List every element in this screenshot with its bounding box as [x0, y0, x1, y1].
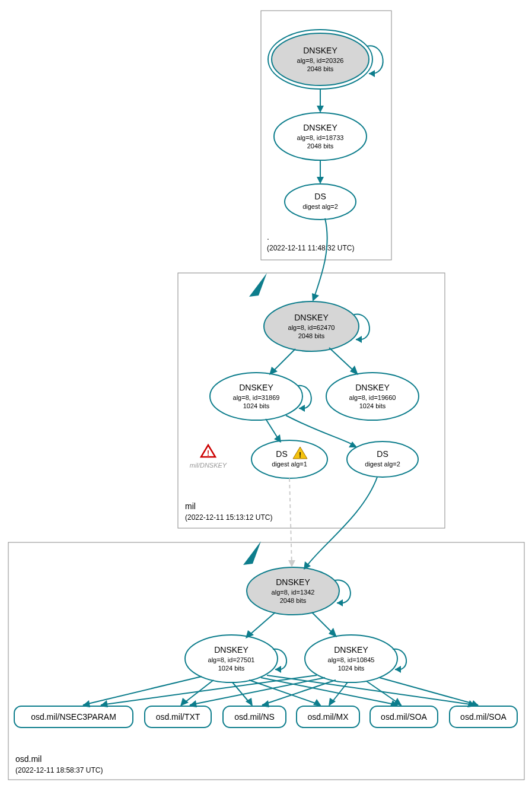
node-root-ds[interactable]: DS digest alg=2	[285, 184, 356, 220]
svg-text:DNSKEY: DNSKEY	[239, 383, 273, 392]
svg-marker-50	[288, 560, 295, 567]
svg-text:alg=8, id=1342: alg=8, id=1342	[272, 589, 315, 596]
node-mil-zsk2[interactable]: DNSKEY alg=8, id=19660 1024 bits	[326, 373, 419, 420]
svg-text:DNSKEY: DNSKEY	[294, 313, 329, 322]
node-mil-ds1[interactable]: DS digest alg=1 !	[251, 440, 327, 478]
svg-text:DS: DS	[276, 449, 287, 459]
svg-text:1024 bits: 1024 bits	[218, 665, 245, 672]
zone-root-name: .	[267, 232, 269, 242]
svg-marker-61	[395, 666, 401, 673]
svg-text:alg=8, id=20326: alg=8, id=20326	[297, 57, 344, 64]
svg-text:osd.mil/MX: osd.mil/MX	[307, 712, 349, 722]
node-mil-ds2[interactable]: DS digest alg=2	[347, 441, 418, 477]
edge-rootds-milksk	[313, 218, 327, 300]
svg-text:digest alg=2: digest alg=2	[302, 203, 338, 210]
svg-marker-91	[189, 700, 197, 707]
svg-text:alg=8, id=31869: alg=8, id=31869	[233, 394, 280, 401]
svg-line-82	[249, 680, 320, 705]
svg-text:digest alg=2: digest alg=2	[365, 460, 400, 468]
svg-line-92	[262, 680, 336, 705]
svg-text:alg=8, id=18733: alg=8, id=18733	[297, 134, 344, 141]
svg-text:1024 bits: 1024 bits	[338, 665, 365, 672]
svg-text:!: !	[207, 449, 209, 458]
svg-marker-56	[275, 666, 281, 673]
svg-marker-19	[356, 336, 362, 343]
svg-text:alg=8, id=10845: alg=8, id=10845	[328, 656, 375, 663]
svg-text:1024 bits: 1024 bits	[359, 402, 386, 409]
svg-marker-41	[349, 441, 357, 447]
svg-text:DNSKEY: DNSKEY	[334, 645, 368, 655]
svg-text:DNSKEY: DNSKEY	[355, 383, 390, 392]
rrset-mx[interactable]: osd.mil/MX	[297, 706, 359, 728]
zone-mil-timestamp: (2022-12-11 15:13:12 UTC)	[185, 513, 272, 522]
svg-marker-13	[317, 106, 324, 113]
node-osd-ksk[interactable]: DNSKEY alg=8, id=1342 2048 bits	[247, 567, 339, 615]
rrset-ns[interactable]: osd.mil/NS	[223, 706, 286, 728]
svg-text:alg=8, id=62470: alg=8, id=62470	[288, 324, 335, 331]
svg-text:DNSKEY: DNSKEY	[214, 645, 249, 655]
zone-root-timestamp: (2022-12-11 11:48:32 UTC)	[267, 244, 354, 252]
svg-text:2048 bits: 2048 bits	[307, 142, 334, 150]
edge-ds2-osdksk	[305, 477, 377, 568]
svg-point-10	[285, 184, 356, 220]
error-mil-dnskey[interactable]: ! mil/DNSKEY	[190, 445, 227, 469]
svg-marker-79	[180, 698, 189, 706]
svg-text:DNSKEY: DNSKEY	[276, 577, 310, 587]
rrset-txt[interactable]: osd.mil/TXT	[145, 706, 211, 728]
svg-text:digest alg=1: digest alg=1	[272, 460, 307, 468]
svg-text:mil/DNSKEY: mil/DNSKEY	[190, 462, 227, 469]
svg-marker-63	[329, 628, 337, 637]
zone-osd-timestamp: (2022-12-11 18:58:37 UTC)	[15, 766, 103, 774]
zone-osd-name: osd.mil	[15, 754, 42, 764]
svg-text:osd.mil/SOA: osd.mil/SOA	[381, 712, 427, 722]
svg-text:2048 bits: 2048 bits	[298, 332, 325, 339]
rrset-nsec3param[interactable]: osd.mil/NSEC3PARAM	[14, 706, 133, 728]
svg-marker-77	[82, 700, 90, 707]
svg-text:DS: DS	[377, 449, 388, 459]
svg-marker-49	[337, 599, 343, 606]
node-osd-zsk2[interactable]: DNSKEY alg=8, id=10845 1024 bits	[305, 635, 397, 682]
svg-marker-20	[312, 293, 319, 301]
rrset-soa1[interactable]: osd.mil/SOA	[370, 706, 438, 728]
node-root-ksk[interactable]: DNSKEY alg=8, id=20326 2048 bits	[268, 30, 372, 89]
svg-text:1024 bits: 1024 bits	[243, 402, 270, 409]
svg-text:osd.mil/TXT: osd.mil/TXT	[156, 712, 200, 722]
delegation-mil-osd	[243, 541, 261, 565]
svg-text:2048 bits: 2048 bits	[280, 597, 307, 604]
svg-text:DNSKEY: DNSKEY	[303, 46, 337, 55]
svg-text:2048 bits: 2048 bits	[307, 65, 334, 72]
svg-text:osd.mil/NSEC3PARAM: osd.mil/NSEC3PARAM	[31, 712, 116, 722]
svg-marker-31	[350, 366, 358, 375]
zone-mil-name: mil	[185, 501, 196, 511]
node-root-zsk[interactable]: DNSKEY alg=8, id=18733 2048 bits	[274, 113, 367, 160]
node-osd-zsk1[interactable]: DNSKEY alg=8, id=27501 1024 bits	[185, 635, 278, 682]
svg-text:osd.mil/SOA: osd.mil/SOA	[460, 712, 506, 722]
svg-point-37	[347, 441, 418, 477]
svg-text:alg=8, id=27501: alg=8, id=27501	[208, 656, 255, 663]
svg-text:!: !	[299, 451, 301, 459]
edge-ds1-osdksk	[289, 478, 292, 566]
svg-marker-25	[299, 405, 305, 412]
node-mil-zsk1[interactable]: DNSKEY alg=8, id=31869 1024 bits	[210, 373, 302, 420]
svg-marker-5	[369, 70, 375, 77]
svg-text:DNSKEY: DNSKEY	[303, 123, 337, 132]
rrset-soa2[interactable]: osd.mil/SOA	[450, 706, 517, 728]
svg-point-32	[251, 440, 327, 478]
svg-marker-99	[471, 700, 479, 706]
svg-text:DS: DS	[314, 192, 326, 201]
svg-line-90	[190, 678, 325, 705]
svg-marker-14	[317, 177, 324, 184]
delegation-root-mil	[249, 273, 267, 297]
dnssec-graph: . (2022-12-11 11:48:32 UTC) DNSKEY alg=8…	[0, 0, 532, 791]
node-mil-ksk[interactable]: DNSKEY alg=8, id=62470 2048 bits	[264, 301, 359, 351]
svg-marker-93	[261, 700, 269, 707]
svg-text:osd.mil/NS: osd.mil/NS	[234, 712, 275, 722]
svg-text:alg=8, id=19660: alg=8, id=19660	[349, 394, 396, 401]
